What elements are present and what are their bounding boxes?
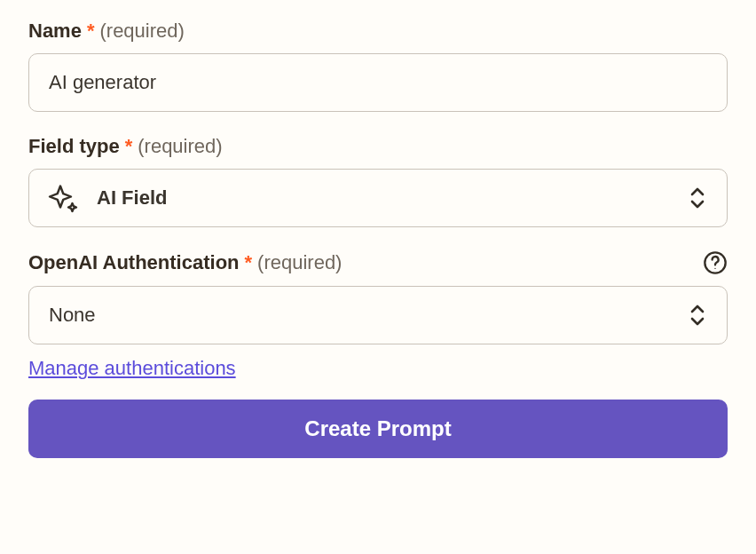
svg-point-1 <box>714 268 715 269</box>
manage-authentications-link[interactable]: Manage authentications <box>28 357 236 379</box>
required-asterisk: * <box>125 137 133 156</box>
field-type-label: Field type <box>28 135 120 158</box>
field-type-hint: (required) <box>138 135 222 158</box>
name-label: Name <box>28 20 82 43</box>
field-type-select[interactable]: AI Field <box>28 169 728 227</box>
name-hint: (required) <box>99 20 184 43</box>
create-prompt-button[interactable]: Create Prompt <box>28 400 728 458</box>
field-type-group: Field type * (required) AI Field <box>28 135 728 227</box>
auth-hint: (required) <box>257 251 342 274</box>
field-type-label-row: Field type * (required) <box>28 135 728 158</box>
name-label-row: Name * (required) <box>28 20 728 43</box>
sparkle-icon <box>47 182 79 214</box>
field-type-value: AI Field <box>97 186 167 210</box>
auth-label: OpenAI Authentication <box>28 251 240 274</box>
name-label-wrap: Name * (required) <box>28 20 185 43</box>
name-input[interactable] <box>28 53 728 112</box>
chevron-up-down-icon <box>688 301 707 329</box>
auth-value: None <box>49 304 96 327</box>
chevron-up-down-icon <box>688 184 707 212</box>
manage-auth-row: Manage authentications <box>28 357 728 380</box>
auth-field-group: OpenAI Authentication * (required) None … <box>28 250 728 380</box>
required-asterisk: * <box>245 253 253 273</box>
required-asterisk: * <box>87 21 95 41</box>
auth-label-wrap: OpenAI Authentication * (required) <box>28 251 342 274</box>
auth-select[interactable]: None <box>28 286 728 344</box>
name-field-group: Name * (required) <box>28 20 728 112</box>
field-type-label-wrap: Field type * (required) <box>28 135 223 158</box>
auth-label-row: OpenAI Authentication * (required) <box>28 250 728 275</box>
help-icon[interactable] <box>703 250 728 275</box>
